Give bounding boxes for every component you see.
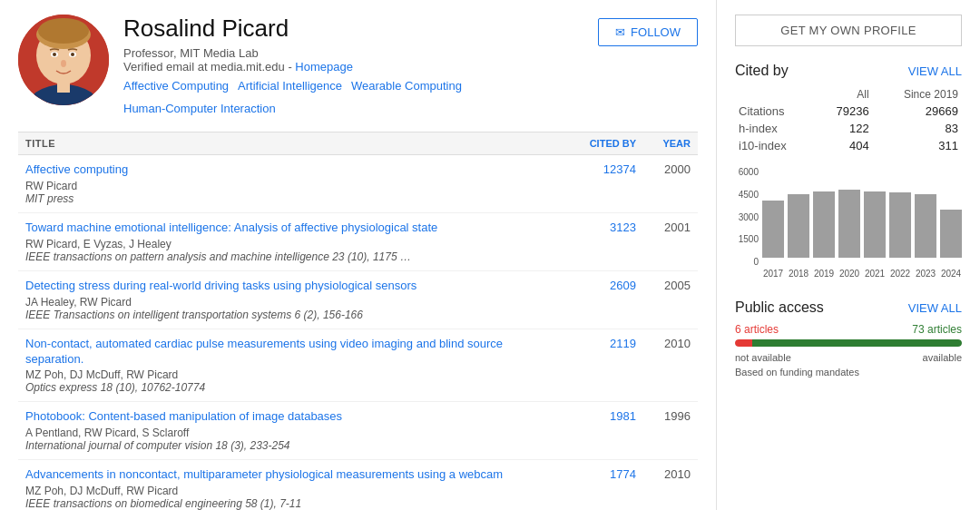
stats-row: Citations 79236 29669 (735, 103, 962, 120)
homepage-link[interactable]: Homepage (295, 60, 353, 74)
not-available-count: 6 articles (735, 323, 779, 336)
not-available-label: not available (735, 352, 791, 363)
y-label-4500: 4500 (735, 190, 759, 200)
stat-since: 311 (873, 137, 962, 154)
pub-title[interactable]: Detecting stress during real-world drivi… (25, 279, 545, 294)
svg-point-10 (61, 60, 66, 67)
pub-cited: 1981 (545, 409, 636, 423)
pub-journal: Optics express 18 (10), 10762-10774 (25, 381, 545, 394)
tag-affective-computing[interactable]: Affective Computing (123, 79, 229, 93)
pub-cited: 3123 (545, 221, 636, 234)
col-cited-header: CITED BY (545, 138, 636, 149)
public-access-section: Public access VIEW ALL 6 articles 73 art… (735, 299, 962, 378)
pub-main: Toward machine emotional intelligence: A… (25, 221, 545, 263)
profile-header: Rosalind Picard Professor, MIT Media Lab… (18, 15, 698, 115)
chart-bar (813, 191, 835, 258)
pub-cited: 1774 (545, 467, 636, 481)
stats-col-all: All (815, 86, 873, 103)
stat-all: 404 (815, 137, 873, 154)
funding-note: Based on funding mandates (735, 367, 962, 378)
stat-label: h-index (735, 120, 815, 137)
pub-cited: 2119 (545, 337, 636, 350)
pub-journal: IEEE transactions on pattern analysis an… (25, 250, 545, 263)
chart-bar (788, 194, 809, 258)
public-access-title: Public access (735, 299, 824, 316)
chart-bar (889, 192, 911, 258)
pub-year: 2000 (636, 162, 691, 176)
public-access-header: Public access VIEW ALL (735, 299, 962, 316)
chart-bar (915, 194, 936, 258)
pub-year: 2010 (636, 467, 691, 481)
pub-title[interactable]: Toward machine emotional intelligence: A… (25, 221, 545, 236)
access-bar-green (752, 339, 962, 347)
pub-cited: 2609 (545, 279, 636, 292)
pub-title[interactable]: Non-contact, automated cardiac pulse mea… (25, 337, 545, 368)
pub-title[interactable]: Advancements in noncontact, multiparamet… (25, 467, 545, 483)
follow-button[interactable]: ✉ FOLLOW (598, 18, 698, 46)
table-row: Affective computing RW Picard MIT press … (18, 155, 698, 213)
access-legend: not available available (735, 352, 962, 363)
pub-main: Non-contact, automated cardiac pulse mea… (25, 337, 545, 395)
public-access-view-all[interactable]: VIEW ALL (908, 301, 962, 315)
chart-year-label: 2023 (915, 269, 936, 279)
pub-main: Affective computing RW Picard MIT press (25, 162, 545, 205)
cited-by-header: Cited by VIEW ALL (735, 63, 962, 79)
pub-year: 2001 (636, 221, 691, 234)
col-year-header: YEAR (636, 138, 691, 149)
pub-journal: MIT press (25, 192, 545, 205)
pub-journal: IEEE Transactions on intelligent transpo… (25, 309, 545, 321)
profile-email: Verified email at media.mit.edu - Homepa… (123, 60, 583, 74)
y-label-3000: 3000 (735, 212, 759, 222)
pub-year: 2010 (636, 337, 691, 350)
table-row: Photobook: Content-based manipulation of… (18, 402, 698, 460)
stats-row: i10-index 404 311 (735, 137, 962, 154)
available-label: available (923, 352, 962, 363)
access-bar (735, 339, 962, 347)
chart-year-label: 2021 (864, 269, 886, 279)
profile-tags: Affective Computing Artificial Intellige… (123, 79, 583, 115)
pub-authors: RW Picard (25, 180, 545, 192)
pub-title[interactable]: Affective computing (25, 162, 545, 178)
table-row: Toward machine emotional intelligence: A… (18, 213, 698, 271)
profile-name: Rosalind Picard (123, 15, 583, 43)
y-label-0: 0 (735, 257, 759, 267)
email-icon: ✉ (615, 25, 625, 39)
follow-button-wrapper: ✉ FOLLOW (598, 15, 698, 46)
profile-info: Rosalind Picard Professor, MIT Media Lab… (123, 15, 583, 115)
y-label-6000: 6000 (735, 167, 759, 177)
stat-since: 83 (873, 120, 962, 137)
chart-year-label: 2020 (838, 269, 860, 279)
cited-by-view-all[interactable]: VIEW ALL (908, 64, 962, 78)
access-bar-red (735, 339, 752, 347)
pub-authors: MZ Poh, DJ McDuff, RW Picard (25, 485, 545, 497)
pub-title[interactable]: Photobook: Content-based manipulation of… (25, 409, 545, 425)
stats-table: All Since 2019 Citations 79236 29669 h-i… (735, 86, 962, 154)
pub-journal: IEEE transactions on biomedical engineer… (25, 497, 545, 510)
pub-main: Detecting stress during real-world drivi… (25, 279, 545, 321)
pub-year: 1996 (636, 409, 691, 423)
pub-year: 2005 (636, 279, 691, 292)
chart-bar (838, 190, 860, 258)
svg-point-9 (71, 53, 74, 56)
pub-authors: A Pentland, RW Picard, S Sclaroff (25, 427, 545, 439)
get-profile-button[interactable]: GET MY OWN PROFILE (735, 15, 962, 46)
tag-wearable[interactable]: Wearable Computing (351, 79, 462, 93)
pub-authors: RW Picard, E Vyzas, J Healey (25, 238, 545, 250)
y-label-1500: 1500 (735, 234, 759, 244)
table-header: TITLE CITED BY YEAR (18, 132, 698, 155)
table-row: Advancements in noncontact, multiparamet… (18, 460, 698, 510)
chart-year-label: 2017 (762, 269, 784, 279)
tag-ai[interactable]: Artificial Intelligence (238, 79, 342, 93)
stat-all: 79236 (815, 103, 873, 120)
chart-bar (762, 201, 784, 258)
chart-year-label: 2018 (788, 269, 809, 279)
publications-list: Affective computing RW Picard MIT press … (18, 155, 698, 510)
svg-point-8 (53, 53, 56, 56)
cited-by-title: Cited by (735, 63, 789, 79)
pub-authors: MZ Poh, DJ McDuff, RW Picard (25, 368, 545, 381)
tag-hci[interactable]: Human-Computer Interaction (123, 102, 276, 115)
svg-point-3 (38, 18, 89, 44)
pub-journal: International journal of computer vision… (25, 439, 545, 452)
stats-col-empty (735, 86, 815, 103)
stat-label: i10-index (735, 137, 815, 154)
